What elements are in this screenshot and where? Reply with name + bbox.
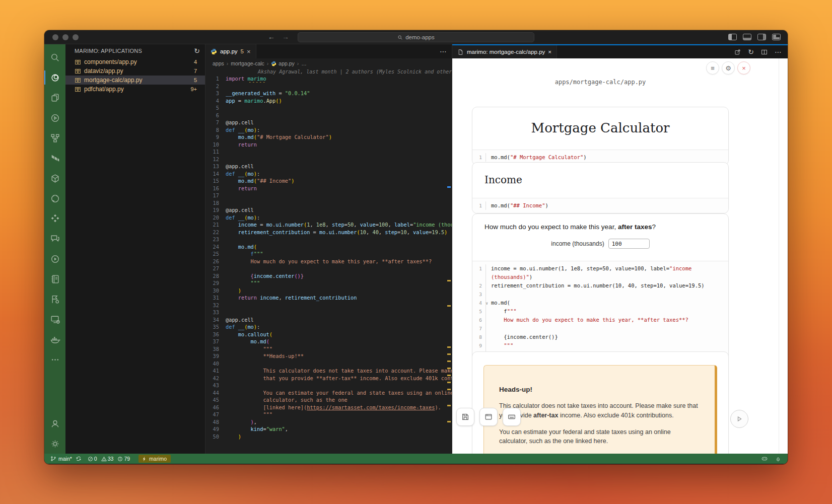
- code-line: 48 ),: [205, 418, 452, 426]
- sync-icon: [76, 456, 82, 462]
- activity-bar: [44, 44, 65, 454]
- editor-more-actions-icon[interactable]: ⋯: [435, 47, 452, 55]
- cell-code[interactable]: 1mo.md("## Income"): [472, 198, 728, 213]
- notebook-file-icon: [75, 86, 81, 93]
- more-icon[interactable]: [44, 349, 65, 370]
- close-tab-icon[interactable]: ×: [548, 49, 551, 55]
- toggle-sidebar-icon[interactable]: [728, 34, 737, 40]
- close-tab-icon[interactable]: ×: [247, 48, 251, 55]
- debug-flag-icon[interactable]: [44, 289, 65, 309]
- save-button[interactable]: [456, 408, 474, 426]
- command-center-search[interactable]: demo-apps: [298, 32, 534, 42]
- toggle-panel-icon[interactable]: [743, 34, 751, 40]
- more-actions-icon[interactable]: ⋯: [775, 48, 782, 56]
- account-icon[interactable]: [44, 413, 65, 434]
- scrollbar[interactable]: [779, 58, 779, 454]
- files-copy-icon[interactable]: [44, 88, 65, 108]
- hamburger-icon: ≡: [711, 64, 715, 72]
- diamonds-icon[interactable]: [44, 208, 65, 229]
- breadcrumb-item[interactable]: app.py: [271, 60, 295, 66]
- problems-status[interactable]: 0 33 79: [88, 456, 132, 462]
- notebook-icon[interactable]: [44, 269, 65, 289]
- symbols-icon[interactable]: [44, 128, 65, 148]
- breadcrumb-item[interactable]: apps: [213, 60, 224, 66]
- forward-arrow-icon[interactable]: →: [282, 33, 289, 41]
- breadcrumb-item[interactable]: mortgage-calc: [231, 60, 264, 66]
- error-icon: [88, 456, 93, 462]
- close-window-icon[interactable]: [52, 34, 58, 40]
- code-line: 3__generated_with = "0.0.14": [205, 90, 452, 97]
- back-arrow-icon[interactable]: ←: [268, 33, 275, 41]
- breadcrumb-item[interactable]: …: [301, 60, 307, 66]
- editor-group: app.py 5 × ⋯ apps›mortgage-calc›app.py›……: [205, 44, 452, 454]
- menu-button[interactable]: ≡: [706, 61, 719, 75]
- sidebar-item-dataviz[interactable]: dataviz/app.py7: [65, 66, 205, 76]
- window-controls[interactable]: [52, 34, 79, 40]
- run-cell-button[interactable]: [730, 410, 748, 428]
- cell-code[interactable]: 1income = mo.ui.number(1, 1e8, step=50, …: [472, 261, 728, 362]
- code-line: 36 mo.callout(: [205, 331, 452, 338]
- marimo-status-item[interactable]: marimo: [138, 455, 171, 463]
- toggle-secondary-sidebar-icon[interactable]: [757, 34, 766, 40]
- ruler-mark: [447, 421, 451, 422]
- reload-icon[interactable]: ↻: [748, 48, 754, 56]
- cell-card-income: Income 1mo.md("## Income"): [472, 162, 729, 213]
- marimo-icon[interactable]: [44, 67, 65, 88]
- refresh-icon[interactable]: ↻: [194, 47, 200, 55]
- tab-app-py[interactable]: app.py 5 ×: [205, 44, 256, 58]
- close-preview-button[interactable]: ×: [737, 61, 750, 75]
- branch-icon: [50, 456, 56, 462]
- copilot-icon[interactable]: [761, 455, 768, 462]
- keyboard-shortcuts-button[interactable]: [503, 408, 521, 426]
- open-external-icon[interactable]: [734, 48, 741, 56]
- code-line: 26 How much do you expect to make this y…: [205, 258, 452, 265]
- split-editor-icon[interactable]: [760, 48, 768, 56]
- callout-paragraph: You can estimate your federal and state …: [499, 427, 700, 447]
- save-icon: [461, 412, 470, 421]
- code-line: 18: [205, 199, 452, 207]
- remote-screen-icon[interactable]: [44, 309, 65, 329]
- warning-count: 33: [108, 456, 114, 462]
- code-line: 21 income = mo.ui.number(1, 1e8, step=50…: [205, 221, 452, 229]
- test-play-icon[interactable]: [44, 249, 65, 269]
- ruler-mark: [447, 375, 451, 376]
- git-branch-status[interactable]: main*: [50, 456, 82, 462]
- code-editor[interactable]: Akshay Agrawal, last month | 2 authors (…: [205, 68, 452, 454]
- settings-gear-icon[interactable]: [44, 434, 65, 454]
- problems-badge: 7: [194, 68, 201, 74]
- prompt-text: How much do you expect to make this year…: [484, 223, 716, 231]
- docker-icon[interactable]: [44, 329, 65, 349]
- sidebar-item-pdfchat[interactable]: pdfchat/app.py9+: [65, 85, 205, 94]
- zoom-window-icon[interactable]: [73, 34, 79, 40]
- code-line: 20def __(mo):: [205, 214, 452, 222]
- search-icon[interactable]: [44, 47, 65, 67]
- terraform-icon[interactable]: [44, 148, 65, 168]
- code-line: 1mo.md("# Mortgage Calculator"): [472, 153, 723, 162]
- run-profile-icon[interactable]: [44, 108, 65, 128]
- code-line: 3: [472, 290, 723, 299]
- settings-button[interactable]: ⚙: [722, 61, 735, 75]
- sidebar-item-mortgage-calc[interactable]: mortgage-calc/app.py5: [65, 76, 205, 85]
- marimo-webview: ≡ ⚙ × apps/mortgage-calc/app.py Mortgage…: [452, 58, 788, 454]
- minimize-window-icon[interactable]: [62, 34, 68, 40]
- branch-name: main*: [58, 456, 72, 462]
- code-line: 4∨mo.md(: [472, 299, 723, 307]
- tab-marimo-preview[interactable]: marimo: mortgage-calc/app.py ×: [452, 45, 557, 58]
- ruler-mark: [447, 186, 451, 188]
- income-number-input[interactable]: [608, 239, 650, 249]
- info-count: 79: [124, 456, 130, 462]
- customize-layout-icon[interactable]: [772, 34, 781, 40]
- github-icon[interactable]: [44, 188, 65, 208]
- overview-ruler[interactable]: [446, 68, 452, 454]
- problems-badge: 5: [194, 77, 201, 83]
- code-line: 13@app.cell: [205, 163, 452, 170]
- bell-icon[interactable]: [775, 455, 782, 462]
- sidebar-item-components[interactable]: components/app.py4: [65, 57, 205, 66]
- open-in-browser-button[interactable]: [479, 408, 498, 426]
- comments-icon[interactable]: [44, 229, 65, 249]
- python-icon: [211, 48, 217, 55]
- package-icon[interactable]: [44, 168, 65, 188]
- code-line: 15 mo.md("## Income"): [205, 177, 452, 185]
- code-line: 9 mo.md("# Mortgage Calculator"): [205, 133, 452, 141]
- notebook-file-icon: [75, 68, 81, 75]
